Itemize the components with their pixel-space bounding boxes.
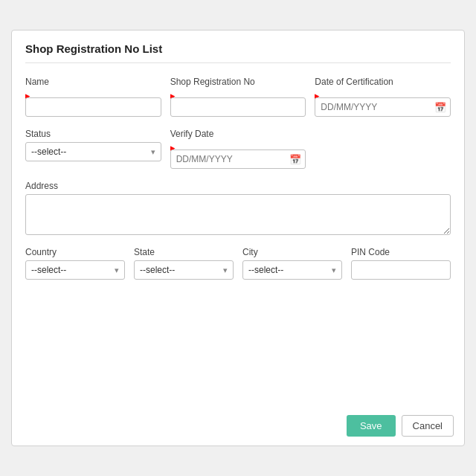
- state-label: State: [134, 247, 234, 257]
- name-label: Name: [25, 77, 161, 87]
- pin-label: PIN Code: [351, 247, 451, 257]
- name-group: Name ▸: [25, 77, 161, 117]
- verify-date-group: Verify Date ▸ 📅: [170, 129, 306, 169]
- cert-date-wrapper: 📅: [315, 97, 451, 117]
- save-button[interactable]: Save: [347, 415, 396, 437]
- country-label: Country: [25, 247, 125, 257]
- city-group: City --select--: [242, 247, 342, 280]
- status-select[interactable]: --select--: [25, 142, 161, 161]
- city-select-wrapper: --select--: [242, 260, 342, 280]
- country-select[interactable]: --select--: [25, 260, 125, 280]
- name-required: ▸: [25, 90, 161, 96]
- address-input[interactable]: [25, 194, 451, 235]
- shop-reg-required: ▸: [170, 90, 306, 96]
- verify-date-wrapper: 📅: [170, 149, 306, 169]
- cert-date-input[interactable]: [315, 97, 451, 117]
- status-group: Status --select--: [25, 129, 161, 161]
- verify-date-required: ▸: [170, 142, 306, 148]
- cert-date-label: Date of Certification: [315, 77, 451, 87]
- address-label: Address: [25, 181, 451, 191]
- state-select-wrapper: --select--: [134, 260, 234, 280]
- verify-date-label: Verify Date: [170, 129, 306, 139]
- country-select-wrapper: --select--: [25, 260, 125, 280]
- row-3: Address: [25, 181, 451, 235]
- city-label: City: [242, 247, 342, 257]
- city-select[interactable]: --select--: [242, 260, 342, 280]
- page-title: Shop Registration No List: [25, 42, 451, 63]
- status-label: Status: [25, 129, 161, 139]
- verify-date-input[interactable]: [170, 149, 306, 169]
- row-2: Status --select-- Verify Date ▸ 📅: [25, 129, 451, 169]
- pin-input[interactable]: [351, 260, 451, 280]
- country-group: Country --select--: [25, 247, 125, 280]
- state-group: State --select--: [134, 247, 234, 280]
- name-input[interactable]: [25, 97, 161, 117]
- page-container: Shop Registration No List Name ▸ Shop Re…: [0, 0, 476, 476]
- footer-buttons: Save Cancel: [347, 415, 454, 437]
- cert-date-group: Date of Certification ▸ 📅: [315, 77, 451, 117]
- state-select[interactable]: --select--: [134, 260, 234, 280]
- row-4: Country --select-- State --select-- City: [25, 247, 451, 280]
- address-group: Address: [25, 181, 451, 235]
- shop-reg-input[interactable]: [170, 97, 306, 117]
- shop-reg-label: Shop Registration No: [170, 77, 306, 87]
- form-card: Shop Registration No List Name ▸ Shop Re…: [11, 30, 465, 446]
- shop-reg-group: Shop Registration No ▸: [170, 77, 306, 117]
- row-1: Name ▸ Shop Registration No ▸ Date of Ce…: [25, 77, 451, 117]
- status-select-wrapper: --select--: [25, 142, 161, 161]
- pin-group: PIN Code: [351, 247, 451, 280]
- cert-date-required: ▸: [315, 90, 451, 96]
- cancel-button[interactable]: Cancel: [402, 415, 454, 437]
